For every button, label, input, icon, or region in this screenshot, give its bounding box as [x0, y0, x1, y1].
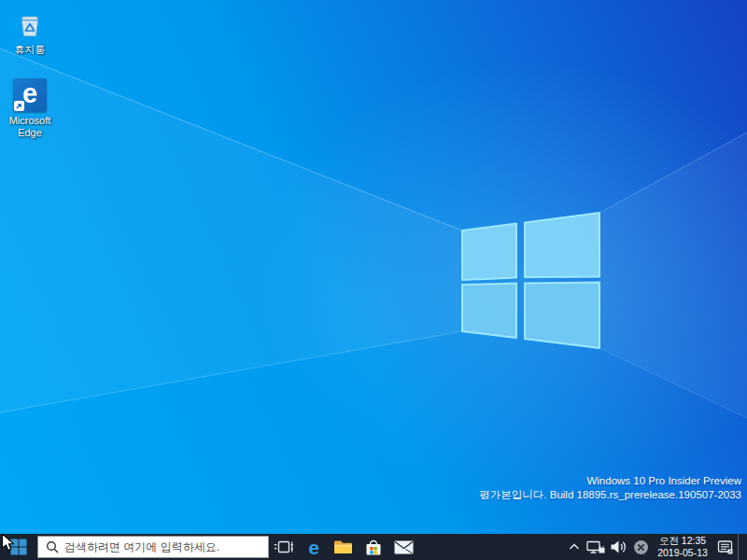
volume-tray-button[interactable] — [607, 534, 629, 560]
insider-watermark: Windows 10 Pro Insider Preview 평가본입니다. B… — [479, 474, 741, 502]
search-input[interactable] — [64, 540, 261, 553]
watermark-line1: Windows 10 Pro Insider Preview — [479, 474, 741, 488]
desktop-icon-microsoft-edge[interactable]: e Microsoft Edge — [4, 78, 56, 139]
ethernet-network-icon — [586, 539, 605, 555]
shortcut-arrow-icon — [14, 101, 24, 111]
clock-date: 2019-05-13 — [652, 547, 713, 559]
onedrive-tray-button[interactable] — [629, 534, 652, 560]
watermark-line2: 평가본입니다. Build 18895.rs_prerelease.190507… — [479, 488, 741, 502]
speaker-volume-icon — [610, 539, 627, 554]
microsoft-store-icon — [364, 539, 383, 556]
file-explorer-icon — [333, 539, 354, 555]
taskbar-search-box[interactable] — [37, 536, 269, 558]
task-view-icon — [274, 539, 294, 555]
action-center-button[interactable] — [713, 534, 738, 560]
action-center-icon — [717, 539, 734, 555]
recycle-bin-icon — [13, 7, 47, 41]
start-button[interactable] — [0, 534, 37, 560]
taskbar: e — [0, 534, 747, 560]
clock-time: 오전 12:35 — [652, 535, 713, 547]
chevron-up-icon — [569, 543, 580, 551]
edge-logo-glyph: e — [22, 80, 37, 107]
search-icon — [46, 540, 59, 553]
show-hidden-icons-button[interactable] — [564, 534, 585, 560]
taskbar-store-button[interactable] — [359, 534, 388, 560]
edge-shortcut-label: Microsoft Edge — [4, 115, 56, 139]
desktop-icon-recycle-bin[interactable]: 휴지통 — [4, 7, 56, 56]
network-tray-button[interactable] — [585, 534, 607, 560]
windows-logo — [462, 213, 599, 348]
show-desktop-button[interactable] — [738, 534, 747, 560]
edge-tile-icon: e — [13, 78, 47, 112]
mail-icon — [394, 540, 414, 554]
windows-start-icon — [10, 539, 27, 555]
taskbar-file-explorer-button[interactable] — [329, 534, 359, 560]
recycle-bin-label: 휴지통 — [4, 44, 56, 56]
taskbar-edge-button[interactable]: e — [299, 534, 329, 560]
taskbar-mail-button[interactable] — [388, 534, 418, 560]
gray-circle-x-icon — [633, 539, 649, 555]
wallpaper-light-beams — [0, 0, 747, 534]
task-view-button[interactable] — [269, 534, 299, 560]
taskbar-clock[interactable]: 오전 12:35 2019-05-13 — [652, 535, 713, 559]
edge-icon: e — [308, 538, 319, 557]
desktop-wallpaper: 휴지통 e Microsoft Edge Windows 10 Pro Insi… — [0, 0, 747, 534]
